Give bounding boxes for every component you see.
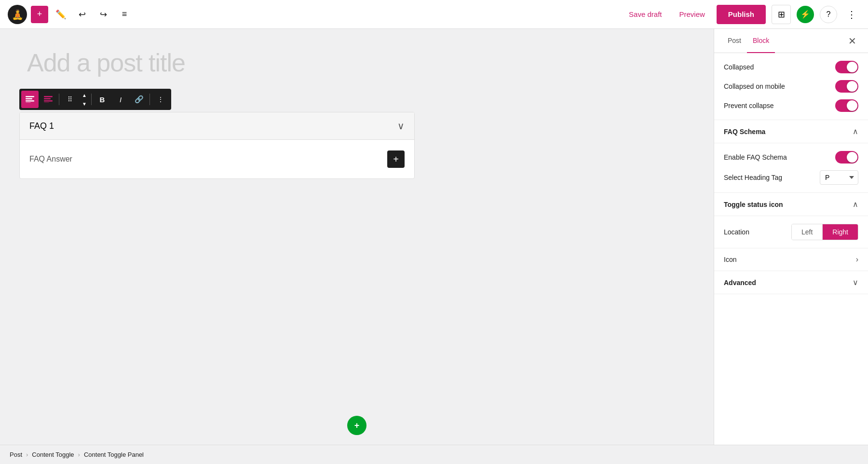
toolbar-separator-2 <box>91 94 92 105</box>
move-arrows: ▲ ▼ <box>80 91 89 108</box>
svg-rect-0 <box>26 96 34 97</box>
toolbar-right: Save draft Preview Publish ⊞ ⚡ ? ⋮ <box>623 5 860 24</box>
collapsed-mobile-toggle[interactable] <box>835 80 858 93</box>
faq-schema-header[interactable]: FAQ Schema ∧ <box>714 120 868 143</box>
location-right-button[interactable]: Right <box>823 224 858 240</box>
italic-icon: I <box>120 96 122 104</box>
collapsed-row: Collapsed <box>724 61 858 73</box>
breadcrumb-post[interactable]: Post <box>10 451 22 458</box>
view-toggle-button[interactable]: ⊞ <box>772 5 791 24</box>
collapsed-mobile-track <box>835 80 858 93</box>
add-block-button[interactable]: + <box>31 6 48 23</box>
icon-chevron: › <box>856 255 858 264</box>
publish-button[interactable]: Publish <box>717 5 766 24</box>
breadcrumb-content-toggle-panel[interactable]: Content Toggle Panel <box>84 451 144 458</box>
toolbar-separator-3 <box>149 94 150 105</box>
ellipsis-icon: ⋮ <box>847 9 856 20</box>
document-overview-button[interactable]: ≡ <box>116 6 133 23</box>
svg-rect-1 <box>26 98 32 100</box>
close-sidebar-button[interactable]: ✕ <box>844 29 860 53</box>
faq-answer-text[interactable]: FAQ Answer <box>29 155 72 164</box>
icon-row[interactable]: Icon › <box>714 248 868 271</box>
collapsed-toggle[interactable] <box>835 61 858 73</box>
svg-rect-3 <box>26 103 31 103</box>
align-icon <box>44 96 53 103</box>
italic-button[interactable]: I <box>112 91 129 108</box>
tab-post[interactable]: Post <box>722 29 747 53</box>
toggle-status-icon-header[interactable]: Toggle status icon ∧ <box>714 193 868 216</box>
logo-button[interactable]: 🧘 <box>8 5 27 24</box>
advanced-chevron: ∨ <box>853 278 858 287</box>
faq-question-text[interactable]: FAQ 1 <box>29 121 54 131</box>
heading-tag-select[interactable]: P H1 H2 H3 H4 H5 H6 <box>820 170 858 185</box>
svg-rect-2 <box>26 100 34 102</box>
select-heading-tag-row: Select Heading Tag P H1 H2 H3 H4 H5 H6 <box>724 170 858 185</box>
drag-button[interactable]: ⠿ <box>61 91 79 108</box>
align-button[interactable] <box>40 91 57 108</box>
sidebar-content: Collapsed Collapsed on mobile <box>714 53 868 445</box>
collapsed-mobile-row: Collapsed on mobile <box>724 80 858 93</box>
select-heading-tag-label: Select Heading Tag <box>724 174 782 181</box>
toggle-status-icon-title: Toggle status icon <box>724 201 783 208</box>
collapsed-mobile-label: Collapsed on mobile <box>724 82 785 90</box>
bottom-plus-icon: + <box>354 421 360 431</box>
align-button-active[interactable] <box>21 91 39 108</box>
collapsed-knob <box>847 62 857 72</box>
enable-faq-schema-toggle[interactable] <box>835 151 858 164</box>
breadcrumb-content-toggle[interactable]: Content Toggle <box>32 451 74 458</box>
move-up-button[interactable]: ▲ <box>80 91 89 99</box>
save-draft-button[interactable]: Save draft <box>623 6 667 22</box>
more-block-options-button[interactable]: ⋮ <box>152 91 169 108</box>
more-icon: ⋮ <box>157 96 164 103</box>
post-title-placeholder[interactable]: Add a post title <box>19 48 694 77</box>
breadcrumb: Post › Content Toggle › Content Toggle P… <box>0 445 868 464</box>
svg-rect-5 <box>44 98 51 100</box>
tab-block[interactable]: Block <box>747 29 775 53</box>
advanced-header[interactable]: Advanced ∨ <box>714 271 868 294</box>
bottom-add-button[interactable]: + <box>347 416 366 435</box>
enable-faq-schema-label: Enable FAQ Schema <box>724 153 787 161</box>
collapsed-label: Collapsed <box>724 63 754 71</box>
redo-button[interactable]: ↪ <box>95 6 112 23</box>
bold-button[interactable]: B <box>94 91 111 108</box>
list-icon: ≡ <box>122 9 127 19</box>
toggle-status-chevron: ∧ <box>853 200 858 209</box>
location-left-button[interactable]: Left <box>792 224 823 240</box>
breadcrumb-sep-1: › <box>26 451 28 458</box>
location-buttons: Left Right <box>791 224 858 240</box>
advanced-title: Advanced <box>724 279 756 287</box>
preview-button[interactable]: Preview <box>673 6 710 22</box>
add-inner-block-button[interactable]: + <box>387 150 405 168</box>
collapsed-section: Collapsed Collapsed on mobile <box>714 53 868 120</box>
faq-schema-chevron: ∧ <box>853 127 858 136</box>
logo-icon: 🧘 <box>12 9 24 20</box>
move-down-button[interactable]: ▼ <box>80 99 89 108</box>
more-options-button[interactable]: ⋮ <box>843 6 860 23</box>
toggle-status-section: Location Left Right <box>714 216 868 248</box>
undo-button[interactable]: ↩ <box>73 6 91 23</box>
prevent-collapse-label: Prevent collapse <box>724 102 774 109</box>
svg-rect-4 <box>44 96 53 97</box>
faq-answer-row: FAQ Answer + <box>20 140 414 178</box>
edit-button[interactable]: ✏️ <box>52 6 69 23</box>
editor-area: Add a post title <box>0 29 714 445</box>
faq-schema-section: Enable FAQ Schema Select Heading Tag P H… <box>714 143 868 193</box>
block-toolbar: ⠿ ▲ ▼ B I 🔗 ⋮ <box>19 89 171 110</box>
prevent-collapse-knob <box>847 100 857 111</box>
faq-block: FAQ 1 ∨ FAQ Answer + <box>19 112 415 179</box>
help-button[interactable]: ? <box>820 6 837 23</box>
prevent-collapse-toggle[interactable] <box>835 99 858 112</box>
view-icon: ⊞ <box>778 9 785 20</box>
close-icon: ✕ <box>848 36 856 46</box>
top-toolbar: 🧘 + ✏️ ↩ ↪ ≡ Save draft Preview Publish … <box>0 0 868 29</box>
jetpack-button[interactable]: ⚡ <box>797 6 814 23</box>
icon-row-label: Icon <box>724 256 736 263</box>
svg-rect-6 <box>44 100 53 102</box>
prevent-collapse-row: Prevent collapse <box>724 99 858 112</box>
add-icon: + <box>393 154 399 165</box>
undo-icon: ↩ <box>79 9 86 20</box>
collapsed-track <box>835 61 858 73</box>
faq-toggle-button[interactable]: ∨ <box>397 120 405 132</box>
link-button[interactable]: 🔗 <box>130 91 148 108</box>
faq-question-row: FAQ 1 ∨ <box>20 112 414 140</box>
